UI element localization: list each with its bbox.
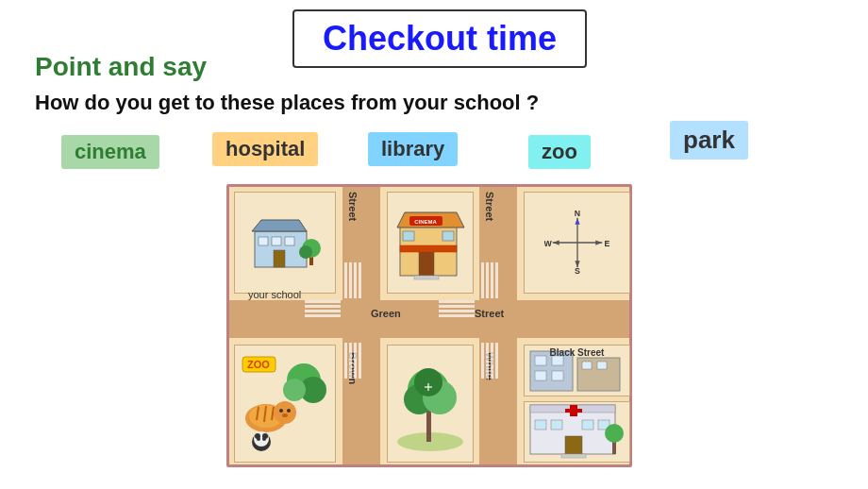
zoo-illustration: ZOO	[238, 352, 332, 456]
svg-rect-72	[582, 420, 593, 430]
park-illustration	[391, 352, 471, 456]
svg-point-38	[274, 401, 296, 424]
svg-rect-5	[285, 237, 294, 245]
hospital-label: hospital	[212, 132, 318, 166]
library-label: library	[368, 132, 458, 166]
zoo-label: zoo	[528, 135, 591, 169]
svg-point-48	[257, 437, 260, 441]
svg-text:S: S	[575, 266, 580, 276]
point-and-say-label: Point and say	[35, 52, 207, 82]
svg-point-42	[287, 409, 291, 413]
svg-marker-20	[575, 218, 579, 225]
crosswalk-v4	[481, 343, 498, 379]
svg-rect-70	[535, 420, 546, 430]
street-label-top-right: Street	[484, 192, 495, 221]
svg-text:E: E	[604, 239, 609, 248]
page-title: Checkout time	[323, 19, 557, 58]
block-compass: N S E W	[524, 192, 630, 294]
block-park	[387, 345, 474, 463]
svg-rect-13	[419, 252, 434, 276]
svg-point-41	[279, 409, 283, 413]
svg-point-45	[254, 431, 269, 447]
street-label-black: Black Street	[524, 347, 630, 358]
svg-rect-75	[561, 454, 586, 458]
school-illustration	[247, 212, 323, 274]
street-label-green-right: Street	[475, 308, 504, 319]
svg-rect-16	[400, 245, 457, 252]
svg-point-30	[283, 379, 306, 401]
cinema-label: cinema	[61, 135, 159, 169]
svg-point-77	[605, 424, 624, 443]
svg-point-43	[282, 413, 288, 417]
street-label-top-left: Street	[347, 192, 359, 221]
svg-marker-23	[595, 240, 602, 244]
svg-text:CINEMA: CINEMA	[414, 219, 437, 225]
svg-rect-62	[535, 371, 546, 380]
svg-rect-64	[582, 362, 592, 369]
svg-rect-65	[597, 362, 607, 369]
svg-rect-63	[552, 371, 563, 380]
svg-rect-3	[259, 237, 268, 245]
svg-rect-57	[427, 383, 429, 391]
svg-point-55	[414, 368, 442, 396]
svg-rect-14	[403, 231, 414, 241]
cinema-illustration: CINEMA	[395, 203, 466, 283]
svg-rect-4	[272, 237, 281, 245]
crosswalk-right	[439, 300, 475, 317]
title-box: Checkout time	[292, 9, 587, 68]
svg-rect-17	[414, 276, 439, 279]
svg-marker-22	[552, 240, 559, 244]
compass-icon: N S E W	[544, 210, 610, 276]
svg-point-8	[299, 245, 312, 259]
block-cinema: CINEMA	[387, 192, 474, 294]
svg-text:N: N	[574, 210, 579, 218]
svg-rect-2	[274, 250, 285, 267]
block-school	[234, 192, 336, 294]
crosswalk-v2	[344, 343, 361, 379]
crosswalk-v3	[481, 262, 498, 298]
svg-text:W: W	[544, 239, 552, 248]
crosswalk-left	[305, 300, 341, 317]
svg-rect-76	[612, 441, 616, 454]
map-container: CINEMA N S E W	[226, 184, 632, 467]
your-school-label: your school	[248, 289, 301, 300]
block-zoo: ZOO	[234, 345, 336, 463]
subtitle-label: How do you get to these places from your…	[35, 91, 539, 115]
park-label: park	[670, 121, 748, 160]
svg-rect-74	[565, 436, 582, 455]
hospital-illustration	[526, 403, 629, 462]
svg-text:ZOO: ZOO	[247, 359, 270, 370]
street-horizontal-1	[229, 300, 629, 338]
street-label-green: Green	[371, 308, 401, 319]
svg-rect-15	[442, 231, 454, 241]
svg-point-49	[262, 437, 266, 441]
svg-rect-69	[570, 405, 577, 416]
svg-marker-1	[252, 220, 307, 231]
block-hospital	[524, 401, 630, 463]
crosswalk-v1	[344, 262, 361, 298]
svg-rect-71	[551, 420, 562, 430]
